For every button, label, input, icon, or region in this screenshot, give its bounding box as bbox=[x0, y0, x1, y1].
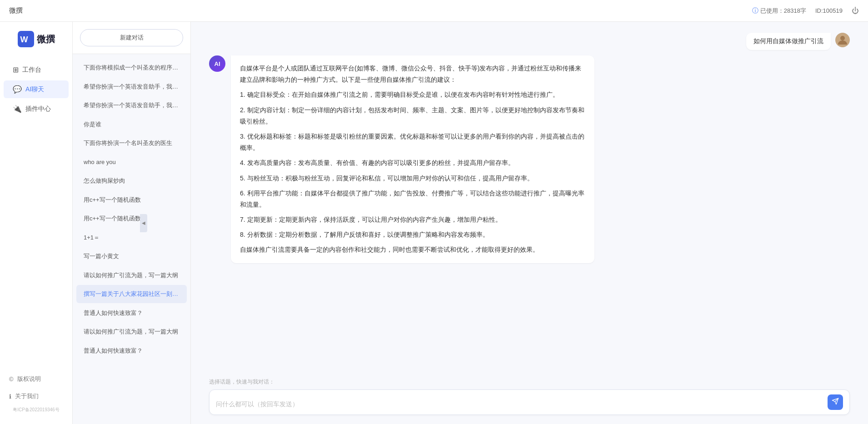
list-item-active[interactable]: 撰写一篇关于八大家花园社区一刻钟便民生... bbox=[76, 285, 187, 303]
about-icon: ℹ bbox=[9, 393, 11, 400]
topbar-usage: ⓘ 已使用：28318字 bbox=[752, 7, 806, 15]
about-label: 关于我们 bbox=[15, 392, 39, 400]
topbar: 微撰 ⓘ 已使用：28318字 ID:100519 ⏻ bbox=[0, 0, 868, 22]
nav-items: ⊞ 工作台 💬 AI聊天 🔌 插件中心 bbox=[0, 61, 72, 118]
list-item[interactable]: 希望你扮演一个英语发音助手，我提供给你... bbox=[76, 96, 187, 115]
logo-text: 微撰 bbox=[37, 33, 55, 45]
chat-input[interactable] bbox=[216, 399, 824, 410]
logo-area: W 微撰 bbox=[13, 31, 60, 47]
list-item[interactable]: 请以如何推广引流为题，写一篇大纲 bbox=[76, 323, 187, 341]
ai-para-9: 自媒体推广引流需要具备一定的内容创作和社交能力，同时也需要不断尝试和优化，才能取… bbox=[240, 244, 585, 255]
ai-para-8: 8. 分析数据：定期分析数据，了解用户反馈和喜好，以便调整推广策略和内容发布频率… bbox=[240, 229, 585, 240]
input-box bbox=[209, 389, 850, 415]
list-item[interactable]: 下面你将模拟成一个叫圣友的程序员，我说... bbox=[76, 59, 187, 77]
user-message-content: 如何用自媒体做推广引流 bbox=[746, 33, 831, 50]
sidebar-bottom: © 版权说明 ℹ 关于我们 粤ICP备2022019346号 bbox=[0, 370, 72, 419]
ai-para-0: 自媒体平台是个人或团队通过互联网平台(如博客、微博、微信公众号、抖音、快手等)发… bbox=[240, 63, 585, 85]
ai-chat-icon: 💬 bbox=[13, 85, 22, 94]
list-item[interactable]: 普通人如何快速致富？ bbox=[76, 304, 187, 322]
topbar-id: ID:100519 bbox=[815, 7, 843, 14]
ai-message-content: 自媒体平台是个人或团队通过互联网平台(如博客、微博、微信公众号、抖音、快手等)发… bbox=[231, 55, 594, 263]
chat-area: 如何用自媒体做推广引流 AI 自媒体平台是个人或团队通过互联网平台(如博客、微博… bbox=[191, 22, 868, 424]
collapse-sidebar-button[interactable]: ◀ bbox=[140, 214, 147, 232]
plugin-icon: 🔌 bbox=[13, 105, 22, 113]
user-message: 如何用自媒体做推广引流 bbox=[209, 33, 850, 50]
list-item[interactable]: 1+1＝ bbox=[76, 229, 187, 247]
sidebar-item-workbench-label: 工作台 bbox=[22, 66, 41, 74]
list-item[interactable]: 下面你将扮演一个名叫圣友的医生 bbox=[76, 134, 187, 152]
new-chat-button[interactable]: 新建对话 bbox=[80, 29, 183, 46]
input-area: 选择话题，快速与我对话： bbox=[191, 373, 868, 424]
sidebar-item-workbench[interactable]: ⊞ 工作台 bbox=[4, 61, 69, 79]
usage-text: 已使用：28318字 bbox=[760, 7, 806, 15]
send-button[interactable] bbox=[828, 394, 843, 410]
user-avatar bbox=[835, 33, 850, 47]
power-icon[interactable]: ⏻ bbox=[852, 7, 859, 15]
list-item[interactable]: 希望你扮演一个英语发音助手，我提供给你... bbox=[76, 78, 187, 96]
svg-point-3 bbox=[840, 36, 845, 40]
copyright-item[interactable]: © 版权说明 bbox=[0, 370, 72, 388]
ai-para-1: 1. 确定目标受众：在开始自媒体推广引流之前，需要明确目标受众是谁，以便在发布内… bbox=[240, 89, 585, 100]
ai-para-3: 3. 优化标题和标签：标题和标签是吸引粉丝的重要因素。优化标题和标签可以让更多的… bbox=[240, 131, 585, 154]
chat-list: 下面你将模拟成一个叫圣友的程序员，我说... 希望你扮演一个英语发音助手，我提供… bbox=[73, 54, 190, 424]
ai-para-6: 6. 利用平台推广功能：自媒体平台都提供了推广功能，如广告投放、付费推广等，可以… bbox=[240, 188, 585, 210]
list-item[interactable]: 用c++写一个随机函数 bbox=[76, 191, 187, 209]
sidebar-item-plugin[interactable]: 🔌 插件中心 bbox=[4, 100, 69, 118]
sidebar-item-ai-chat-label: AI聊天 bbox=[25, 85, 44, 94]
ai-para-7: 7. 定期更新：定期更新内容，保持活跃度，可以让用户对你的内容产生兴趣，增加用户… bbox=[240, 214, 585, 225]
ai-para-4: 4. 发布高质量内容：发布高质量、有价值、有趣的内容可以吸引更多的粉丝，并提高用… bbox=[240, 157, 585, 169]
quick-topics: 选择话题，快速与我对话： bbox=[209, 378, 850, 386]
logo-icon: W bbox=[18, 31, 34, 47]
list-item[interactable]: 你是谁 bbox=[76, 115, 187, 134]
about-item[interactable]: ℹ 关于我们 bbox=[0, 388, 72, 405]
chat-history-header: 新建对话 bbox=[73, 22, 190, 54]
svg-text:W: W bbox=[20, 35, 28, 44]
ai-avatar: AI bbox=[209, 55, 225, 72]
ai-para-2: 2. 制定内容计划：制定一份详细的内容计划，包括发布时间、频率、主题、文案、图片… bbox=[240, 105, 585, 127]
chat-history-panel: 新建对话 下面你将模拟成一个叫圣友的程序员，我说... 希望你扮演一个英语发音助… bbox=[73, 22, 191, 424]
workbench-icon: ⊞ bbox=[13, 65, 19, 74]
ai-para-5: 5. 与粉丝互动：积极与粉丝互动，回复评论和私信，可以增加用户对你的认可和信任，… bbox=[240, 173, 585, 184]
main-layout: W 微撰 ⊞ 工作台 💬 AI聊天 🔌 插件中心 © 版权说明 bbox=[0, 22, 868, 424]
sidebar-item-ai-chat[interactable]: 💬 AI聊天 bbox=[4, 80, 69, 98]
sidebar-item-plugin-label: 插件中心 bbox=[25, 105, 51, 113]
list-item[interactable]: 请以如何推广引流为题，写一篇大纲 bbox=[76, 266, 187, 284]
list-item[interactable]: 普通人如何快速致富？ bbox=[76, 342, 187, 360]
list-item[interactable]: who are you bbox=[76, 153, 187, 171]
icp-text: 粤ICP备2022019346号 bbox=[0, 405, 72, 415]
list-item[interactable]: 用c++写一个随机函数 bbox=[76, 210, 187, 228]
info-icon: ⓘ bbox=[752, 7, 758, 15]
ai-message: AI 自媒体平台是个人或团队通过互联网平台(如博客、微博、微信公众号、抖音、快手… bbox=[209, 55, 850, 263]
list-item[interactable]: 怎么做狗屎炒肉 bbox=[76, 172, 187, 190]
copyright-icon: © bbox=[9, 376, 14, 383]
topbar-title: 微撰 bbox=[9, 6, 23, 15]
list-item[interactable]: 写一篇小黄文 bbox=[76, 247, 187, 265]
copyright-label: 版权说明 bbox=[17, 375, 41, 383]
messages-container: 如何用自媒体做推广引流 AI 自媒体平台是个人或团队通过互联网平台(如博客、微博… bbox=[191, 22, 868, 373]
topbar-right: ⓘ 已使用：28318字 ID:100519 ⏻ bbox=[752, 7, 859, 15]
send-icon bbox=[832, 398, 839, 407]
left-sidebar: W 微撰 ⊞ 工作台 💬 AI聊天 🔌 插件中心 © 版权说明 bbox=[0, 22, 73, 424]
